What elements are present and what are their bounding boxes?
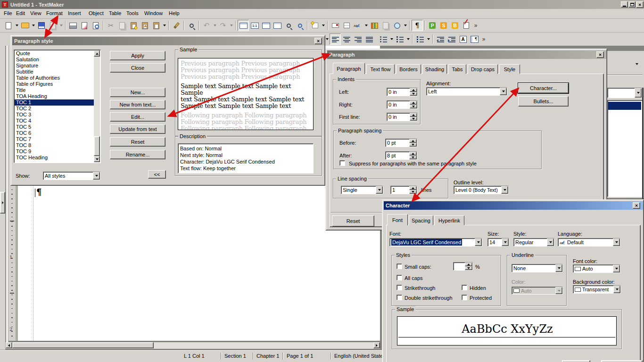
style-list-item[interactable]: TOC 6 bbox=[15, 130, 94, 136]
spinner[interactable] bbox=[465, 263, 472, 270]
sidebar-toggle[interactable] bbox=[0, 192, 5, 214]
indent-first-line-field[interactable]: 0 in bbox=[387, 113, 418, 121]
spinner[interactable] bbox=[410, 101, 417, 108]
indent-right-field[interactable]: 0 in bbox=[387, 100, 418, 109]
spinner[interactable] bbox=[409, 139, 417, 147]
new-document-button[interactable] bbox=[3, 20, 14, 31]
print-preview-button[interactable] bbox=[90, 20, 101, 31]
tab-drop-caps[interactable]: Drop caps bbox=[468, 64, 498, 74]
restore-button[interactable] bbox=[628, 1, 636, 8]
numbered-list-dropdown[interactable] bbox=[405, 33, 411, 45]
spinner[interactable] bbox=[410, 88, 417, 96]
outline-level-combo[interactable]: Level 0 (Body Text) bbox=[454, 186, 509, 194]
style-list-item[interactable]: TOC 2 bbox=[15, 106, 94, 112]
spinner[interactable] bbox=[410, 113, 417, 121]
font-combo[interactable]: DejaVu LGC Serif Condensed bbox=[389, 238, 482, 247]
spell-check-dropdown[interactable] bbox=[363, 20, 369, 31]
line-spacing-value-field[interactable]: 1 bbox=[390, 186, 417, 194]
edit-button[interactable]: Edit... bbox=[110, 112, 165, 122]
paragraph-reset-button[interactable]: Reset bbox=[332, 215, 374, 227]
menu-insert[interactable]: Insert bbox=[68, 10, 81, 16]
alignment-combo[interactable]: Left bbox=[426, 87, 507, 96]
character-format-button[interactable]: A bbox=[457, 33, 469, 45]
dropdown-button[interactable] bbox=[635, 88, 642, 98]
dropdown-button[interactable] bbox=[547, 239, 554, 246]
paste-button[interactable] bbox=[150, 20, 162, 31]
collapse-button[interactable]: << bbox=[148, 170, 166, 179]
show-combo[interactable]: All styles bbox=[43, 172, 100, 180]
tab-text-flow[interactable]: Text flow bbox=[366, 64, 395, 74]
decrease-indent-button[interactable] bbox=[435, 33, 446, 45]
copy-button[interactable] bbox=[116, 20, 128, 31]
clipped-button[interactable] bbox=[601, 360, 643, 362]
menu-table[interactable]: Table bbox=[109, 10, 121, 16]
menu-edit[interactable]: Edit bbox=[16, 10, 25, 16]
before-field[interactable]: 0 pt bbox=[385, 139, 417, 147]
menu-file[interactable]: File bbox=[4, 10, 12, 16]
undo-dropdown[interactable] bbox=[212, 20, 217, 31]
suppress-checkbox[interactable] bbox=[339, 160, 345, 166]
style-list-item[interactable]: TOC 7 bbox=[15, 136, 94, 142]
dropdown-button[interactable] bbox=[500, 88, 507, 95]
dropdown-button[interactable] bbox=[555, 287, 562, 294]
paste-special-button[interactable] bbox=[128, 20, 139, 31]
new-from-text-button[interactable]: New from text... bbox=[110, 100, 165, 109]
dropdown-button[interactable] bbox=[93, 172, 100, 180]
spell-check-button[interactable]: ABC✓ bbox=[352, 20, 363, 31]
paragraph-close-button[interactable]: ✕ bbox=[596, 51, 604, 58]
menu-help[interactable]: Help bbox=[169, 10, 180, 16]
scroll-up-button[interactable] bbox=[94, 50, 100, 57]
tab-font[interactable]: Font bbox=[387, 214, 408, 225]
insert-field-button[interactable] bbox=[341, 20, 352, 31]
export-pdf-button[interactable] bbox=[79, 20, 90, 31]
style-combo[interactable]: Regular bbox=[513, 238, 554, 247]
web-view-dropdown[interactable] bbox=[403, 20, 408, 31]
highlight-bookmarks-button[interactable]: B bbox=[449, 20, 461, 31]
small-caps-checkbox[interactable] bbox=[396, 263, 402, 269]
scrollbar-thumb[interactable] bbox=[12, 342, 154, 348]
toolbar-overflow[interactable]: » bbox=[472, 20, 479, 31]
update-from-text-button[interactable]: Update from text bbox=[110, 124, 165, 134]
underline-color-combo[interactable]: Auto bbox=[512, 287, 563, 295]
search-button[interactable] bbox=[186, 20, 197, 31]
underline-combo[interactable]: None bbox=[512, 264, 563, 272]
print-button[interactable] bbox=[67, 20, 79, 31]
dropdown-button[interactable] bbox=[613, 265, 620, 272]
paragraph-style-close-button[interactable]: ✕ bbox=[314, 38, 322, 44]
cut-button[interactable]: ✂ bbox=[105, 20, 116, 31]
highlight-paragraphs-button[interactable]: P bbox=[427, 20, 438, 31]
clipped-button[interactable] bbox=[562, 360, 590, 362]
scroll-right-button[interactable] bbox=[373, 342, 380, 348]
dropdown-button[interactable] bbox=[613, 286, 620, 293]
formatting-marks-button[interactable]: ¶ bbox=[412, 20, 423, 31]
style-list-item[interactable]: TOA Heading bbox=[15, 93, 94, 99]
save-button[interactable] bbox=[36, 20, 47, 31]
small-caps-percent-field[interactable] bbox=[453, 262, 473, 271]
open-button[interactable] bbox=[19, 20, 31, 31]
window-close-button[interactable]: ✕ bbox=[636, 1, 644, 8]
menu-window[interactable]: Window bbox=[144, 10, 163, 16]
duplicate-document-dropdown[interactable] bbox=[58, 20, 64, 31]
list-scrollbar[interactable] bbox=[94, 50, 100, 162]
strikethrough-checkbox[interactable] bbox=[396, 285, 402, 290]
minimize-button[interactable] bbox=[621, 1, 628, 8]
bullet-list-button[interactable] bbox=[378, 33, 389, 45]
undo-button[interactable]: ↶ bbox=[201, 20, 212, 31]
style-list-item[interactable]: Table of Authorities bbox=[15, 75, 94, 81]
dropdown-button[interactable] bbox=[475, 239, 482, 246]
spinner[interactable] bbox=[409, 186, 417, 194]
new-document-dropdown[interactable] bbox=[14, 20, 19, 31]
protected-checkbox[interactable] bbox=[462, 295, 467, 300]
tab-borders[interactable]: Borders bbox=[396, 64, 421, 74]
tab-style[interactable]: Style bbox=[499, 64, 520, 74]
paragraph-format-button[interactable]: ¶ bbox=[469, 33, 480, 45]
partial-combo[interactable] bbox=[607, 88, 642, 98]
indent-left-field[interactable]: 0 in bbox=[387, 88, 418, 96]
font-color-combo[interactable]: Auto bbox=[573, 264, 620, 273]
character-button[interactable]: Character... bbox=[518, 83, 569, 93]
paste-dropdown[interactable] bbox=[162, 20, 167, 31]
scrollbar-thumb[interactable] bbox=[94, 136, 100, 156]
zoom-out-button[interactable] bbox=[283, 20, 294, 31]
bullets-button[interactable]: Bullets... bbox=[518, 96, 569, 107]
style-list-item[interactable]: Quote bbox=[15, 50, 94, 57]
